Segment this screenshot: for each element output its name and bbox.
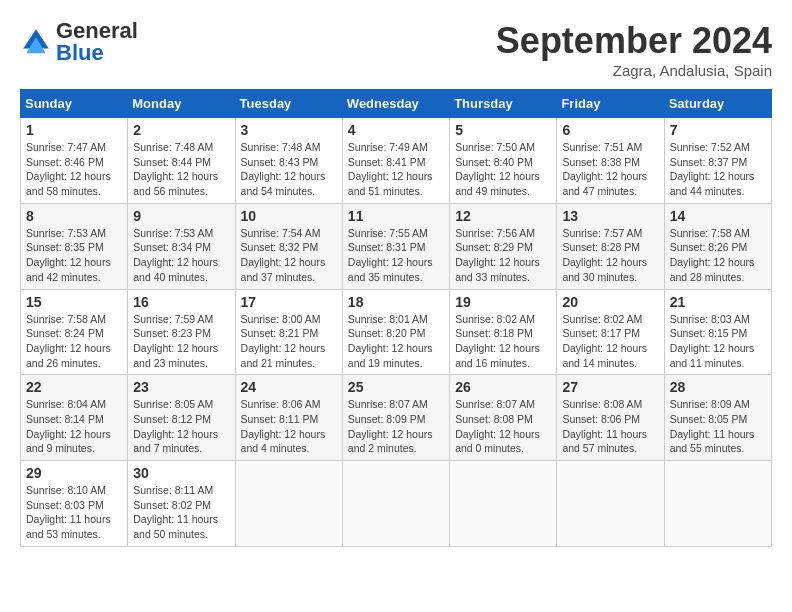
day-info: Sunrise: 8:00 AM Sunset: 8:21 PM Dayligh…: [241, 312, 337, 371]
day-info: Sunrise: 8:09 AM Sunset: 8:05 PM Dayligh…: [670, 397, 766, 456]
day-number: 5: [455, 122, 551, 138]
calendar-cell: 26Sunrise: 8:07 AM Sunset: 8:08 PM Dayli…: [450, 375, 557, 461]
calendar-cell: 23Sunrise: 8:05 AM Sunset: 8:12 PM Dayli…: [128, 375, 235, 461]
day-number: 19: [455, 294, 551, 310]
calendar-cell: 10Sunrise: 7:54 AM Sunset: 8:32 PM Dayli…: [235, 203, 342, 289]
calendar-cell: 22Sunrise: 8:04 AM Sunset: 8:14 PM Dayli…: [21, 375, 128, 461]
calendar-cell: 29Sunrise: 8:10 AM Sunset: 8:03 PM Dayli…: [21, 461, 128, 547]
day-info: Sunrise: 8:08 AM Sunset: 8:06 PM Dayligh…: [562, 397, 658, 456]
calendar-cell: 1Sunrise: 7:47 AM Sunset: 8:46 PM Daylig…: [21, 118, 128, 204]
page-header: GeneralBlue September 2024 Zagra, Andalu…: [20, 20, 772, 79]
day-number: 2: [133, 122, 229, 138]
day-number: 16: [133, 294, 229, 310]
day-info: Sunrise: 7:52 AM Sunset: 8:37 PM Dayligh…: [670, 140, 766, 199]
calendar-cell: [235, 461, 342, 547]
day-number: 22: [26, 379, 122, 395]
calendar-cell: 13Sunrise: 7:57 AM Sunset: 8:28 PM Dayli…: [557, 203, 664, 289]
calendar-week-row: 8Sunrise: 7:53 AM Sunset: 8:35 PM Daylig…: [21, 203, 772, 289]
weekday-header-sunday: Sunday: [21, 90, 128, 118]
weekday-header-thursday: Thursday: [450, 90, 557, 118]
day-number: 10: [241, 208, 337, 224]
day-number: 7: [670, 122, 766, 138]
calendar-cell: [557, 461, 664, 547]
calendar-week-row: 29Sunrise: 8:10 AM Sunset: 8:03 PM Dayli…: [21, 461, 772, 547]
day-info: Sunrise: 8:10 AM Sunset: 8:03 PM Dayligh…: [26, 483, 122, 542]
day-info: Sunrise: 7:54 AM Sunset: 8:32 PM Dayligh…: [241, 226, 337, 285]
calendar-cell: 4Sunrise: 7:49 AM Sunset: 8:41 PM Daylig…: [342, 118, 449, 204]
day-info: Sunrise: 8:01 AM Sunset: 8:20 PM Dayligh…: [348, 312, 444, 371]
day-info: Sunrise: 7:59 AM Sunset: 8:23 PM Dayligh…: [133, 312, 229, 371]
calendar-cell: 24Sunrise: 8:06 AM Sunset: 8:11 PM Dayli…: [235, 375, 342, 461]
calendar-cell: 3Sunrise: 7:48 AM Sunset: 8:43 PM Daylig…: [235, 118, 342, 204]
day-info: Sunrise: 7:55 AM Sunset: 8:31 PM Dayligh…: [348, 226, 444, 285]
calendar-cell: 5Sunrise: 7:50 AM Sunset: 8:40 PM Daylig…: [450, 118, 557, 204]
day-info: Sunrise: 8:05 AM Sunset: 8:12 PM Dayligh…: [133, 397, 229, 456]
day-number: 18: [348, 294, 444, 310]
calendar-cell: 6Sunrise: 7:51 AM Sunset: 8:38 PM Daylig…: [557, 118, 664, 204]
calendar-cell: [664, 461, 771, 547]
calendar-cell: [342, 461, 449, 547]
day-info: Sunrise: 7:48 AM Sunset: 8:44 PM Dayligh…: [133, 140, 229, 199]
day-number: 15: [26, 294, 122, 310]
day-number: 28: [670, 379, 766, 395]
calendar-cell: 8Sunrise: 7:53 AM Sunset: 8:35 PM Daylig…: [21, 203, 128, 289]
day-number: 23: [133, 379, 229, 395]
day-info: Sunrise: 8:03 AM Sunset: 8:15 PM Dayligh…: [670, 312, 766, 371]
location-title: Zagra, Andalusia, Spain: [496, 62, 772, 79]
calendar-cell: 14Sunrise: 7:58 AM Sunset: 8:26 PM Dayli…: [664, 203, 771, 289]
logo-text: GeneralBlue: [56, 20, 138, 64]
day-info: Sunrise: 7:50 AM Sunset: 8:40 PM Dayligh…: [455, 140, 551, 199]
day-number: 13: [562, 208, 658, 224]
day-number: 26: [455, 379, 551, 395]
weekday-header-tuesday: Tuesday: [235, 90, 342, 118]
day-info: Sunrise: 8:11 AM Sunset: 8:02 PM Dayligh…: [133, 483, 229, 542]
weekday-header-wednesday: Wednesday: [342, 90, 449, 118]
calendar-cell: 2Sunrise: 7:48 AM Sunset: 8:44 PM Daylig…: [128, 118, 235, 204]
day-info: Sunrise: 7:56 AM Sunset: 8:29 PM Dayligh…: [455, 226, 551, 285]
calendar-cell: 17Sunrise: 8:00 AM Sunset: 8:21 PM Dayli…: [235, 289, 342, 375]
calendar-week-row: 15Sunrise: 7:58 AM Sunset: 8:24 PM Dayli…: [21, 289, 772, 375]
day-info: Sunrise: 7:53 AM Sunset: 8:34 PM Dayligh…: [133, 226, 229, 285]
calendar-week-row: 22Sunrise: 8:04 AM Sunset: 8:14 PM Dayli…: [21, 375, 772, 461]
day-number: 29: [26, 465, 122, 481]
logo-icon: [20, 26, 52, 58]
calendar-cell: 7Sunrise: 7:52 AM Sunset: 8:37 PM Daylig…: [664, 118, 771, 204]
day-number: 11: [348, 208, 444, 224]
calendar-cell: 11Sunrise: 7:55 AM Sunset: 8:31 PM Dayli…: [342, 203, 449, 289]
calendar-cell: 25Sunrise: 8:07 AM Sunset: 8:09 PM Dayli…: [342, 375, 449, 461]
day-info: Sunrise: 7:49 AM Sunset: 8:41 PM Dayligh…: [348, 140, 444, 199]
day-info: Sunrise: 7:58 AM Sunset: 8:24 PM Dayligh…: [26, 312, 122, 371]
calendar-table: SundayMondayTuesdayWednesdayThursdayFrid…: [20, 89, 772, 547]
calendar-cell: 28Sunrise: 8:09 AM Sunset: 8:05 PM Dayli…: [664, 375, 771, 461]
weekday-header-monday: Monday: [128, 90, 235, 118]
day-info: Sunrise: 7:57 AM Sunset: 8:28 PM Dayligh…: [562, 226, 658, 285]
day-number: 21: [670, 294, 766, 310]
day-number: 4: [348, 122, 444, 138]
calendar-cell: 19Sunrise: 8:02 AM Sunset: 8:18 PM Dayli…: [450, 289, 557, 375]
day-info: Sunrise: 7:47 AM Sunset: 8:46 PM Dayligh…: [26, 140, 122, 199]
calendar-cell: 21Sunrise: 8:03 AM Sunset: 8:15 PM Dayli…: [664, 289, 771, 375]
day-info: Sunrise: 7:53 AM Sunset: 8:35 PM Dayligh…: [26, 226, 122, 285]
day-info: Sunrise: 7:51 AM Sunset: 8:38 PM Dayligh…: [562, 140, 658, 199]
calendar-cell: 15Sunrise: 7:58 AM Sunset: 8:24 PM Dayli…: [21, 289, 128, 375]
day-number: 9: [133, 208, 229, 224]
weekday-header-saturday: Saturday: [664, 90, 771, 118]
day-number: 1: [26, 122, 122, 138]
day-info: Sunrise: 7:48 AM Sunset: 8:43 PM Dayligh…: [241, 140, 337, 199]
calendar-cell: [450, 461, 557, 547]
day-info: Sunrise: 8:02 AM Sunset: 8:18 PM Dayligh…: [455, 312, 551, 371]
day-info: Sunrise: 8:07 AM Sunset: 8:09 PM Dayligh…: [348, 397, 444, 456]
calendar-cell: 12Sunrise: 7:56 AM Sunset: 8:29 PM Dayli…: [450, 203, 557, 289]
calendar-cell: 30Sunrise: 8:11 AM Sunset: 8:02 PM Dayli…: [128, 461, 235, 547]
day-info: Sunrise: 7:58 AM Sunset: 8:26 PM Dayligh…: [670, 226, 766, 285]
title-block: September 2024 Zagra, Andalusia, Spain: [496, 20, 772, 79]
day-number: 6: [562, 122, 658, 138]
calendar-body: 1Sunrise: 7:47 AM Sunset: 8:46 PM Daylig…: [21, 118, 772, 547]
calendar-cell: 27Sunrise: 8:08 AM Sunset: 8:06 PM Dayli…: [557, 375, 664, 461]
day-number: 12: [455, 208, 551, 224]
day-number: 25: [348, 379, 444, 395]
day-number: 17: [241, 294, 337, 310]
calendar-header-row: SundayMondayTuesdayWednesdayThursdayFrid…: [21, 90, 772, 118]
day-number: 24: [241, 379, 337, 395]
day-number: 27: [562, 379, 658, 395]
